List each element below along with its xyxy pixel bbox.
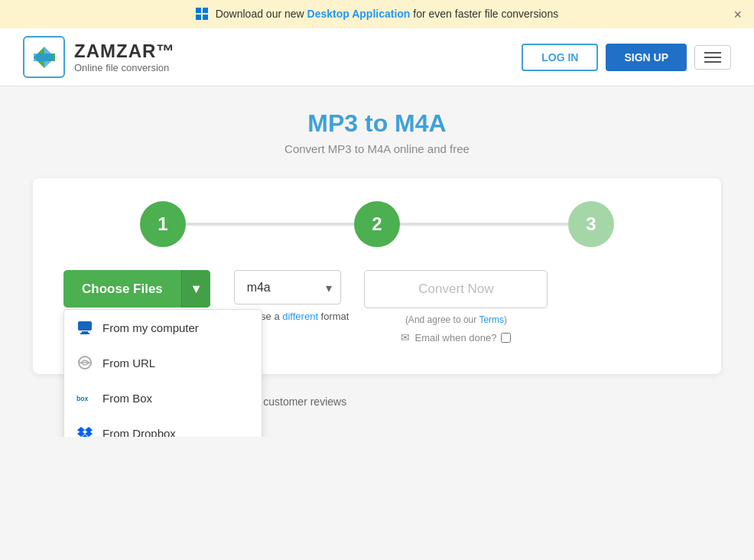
choose-files-button[interactable]: Choose Files ▾ <box>63 270 210 308</box>
steps-row: 1 2 3 <box>63 201 691 247</box>
email-label: Email when done? <box>414 332 496 343</box>
svg-rect-0 <box>196 8 201 13</box>
menu-line-2 <box>704 57 721 58</box>
step-2-number: 2 <box>372 213 382 235</box>
dropdown-item-box[interactable]: box From Box <box>64 380 262 415</box>
format-select[interactable]: m4a mp3 wav flac <box>234 270 341 304</box>
banner-text-before: Download our new <box>216 8 307 20</box>
step-line-2 <box>400 223 568 226</box>
header-nav: LOG IN SIGN UP <box>522 44 731 71</box>
computer-icon <box>76 319 93 336</box>
email-checkbox[interactable] <box>501 333 511 343</box>
logo-text: ZAMZAR™ Online file conversion <box>74 41 175 74</box>
page-title: MP3 to M4A <box>15 109 739 138</box>
step-1-circle: 1 <box>140 201 186 247</box>
banner-text-after: for even faster file conversions <box>413 8 558 20</box>
svg-rect-1 <box>203 8 208 13</box>
choose-files-arrow-icon[interactable]: ▾ <box>181 270 210 308</box>
header: ZAMZAR™ Online file conversion LOG IN SI… <box>0 28 754 86</box>
svg-marker-5 <box>34 47 55 68</box>
terms-before: (And agree to our <box>405 314 479 325</box>
login-button[interactable]: LOG IN <box>522 44 598 71</box>
logo-svg <box>31 44 58 71</box>
brand-sub: Online file conversion <box>74 62 175 74</box>
brand-name: ZAMZAR™ <box>74 41 175 63</box>
signup-button[interactable]: SIGN UP <box>606 44 687 71</box>
step-3-number: 3 <box>586 213 596 235</box>
choose-files-dropdown: From my computer From URL <box>63 309 262 437</box>
svg-rect-8 <box>80 333 89 334</box>
url-icon <box>76 354 93 371</box>
format-select-wrapper: m4a mp3 wav flac ▾ <box>234 270 341 304</box>
choose-files-label: Choose Files <box>63 271 181 308</box>
svg-rect-3 <box>203 15 208 20</box>
logo-area: ZAMZAR™ Online file conversion <box>23 36 175 78</box>
action-row: Choose Files ▾ From my computer <box>63 270 691 343</box>
dropdown-label-computer: From my computer <box>102 321 199 334</box>
step-line-1 <box>186 223 354 226</box>
menu-line-1 <box>704 52 721 54</box>
menu-line-3 <box>704 61 721 63</box>
svg-rect-7 <box>82 331 88 333</box>
svg-text:box: box <box>76 395 89 402</box>
step-1-number: 1 <box>158 213 167 235</box>
conversion-card: 1 2 3 Choose Files ▾ <box>33 178 721 374</box>
dropdown-item-dropbox[interactable]: From Dropbox <box>64 415 262 437</box>
convert-area: Convert Now (And agree to our Terms) ✉ E… <box>364 270 548 343</box>
dropdown-label-box: From Box <box>102 392 152 405</box>
svg-rect-2 <box>196 15 201 20</box>
terms-text: (And agree to our Terms) <box>405 314 507 325</box>
banner-close-button[interactable]: × <box>733 6 742 22</box>
page-subtitle: Convert MP3 to M4A online and free <box>15 142 739 155</box>
main-content: MP3 to M4A Convert MP3 to M4A online and… <box>0 86 754 437</box>
banner-link[interactable]: Desktop Application <box>307 8 411 20</box>
choose-files-wrapper: Choose Files ▾ From my computer <box>63 270 210 308</box>
different-format-link[interactable]: different <box>282 311 318 322</box>
dropbox-icon <box>76 425 93 437</box>
menu-button[interactable] <box>694 45 731 70</box>
terms-after: ) <box>504 314 507 325</box>
windows-icon <box>196 8 208 20</box>
top-banner: Download our new Desktop Application for… <box>0 0 754 28</box>
svg-rect-6 <box>78 321 92 330</box>
format-hint-after: format <box>318 311 349 322</box>
dropdown-label-url: From URL <box>102 357 155 370</box>
dropdown-item-computer[interactable]: From my computer <box>64 310 262 345</box>
logo-icon <box>23 36 65 78</box>
dropdown-label-dropbox: From Dropbox <box>102 427 176 438</box>
convert-now-button[interactable]: Convert Now <box>364 270 548 308</box>
dropdown-item-url[interactable]: From URL <box>64 345 262 380</box>
terms-link[interactable]: Terms <box>479 314 504 325</box>
email-row: ✉ Email when done? <box>401 331 511 343</box>
step-2-circle: 2 <box>354 201 400 247</box>
step-3-circle: 3 <box>568 201 614 247</box>
email-icon: ✉ <box>401 331 410 343</box>
box-icon: box <box>76 389 93 406</box>
